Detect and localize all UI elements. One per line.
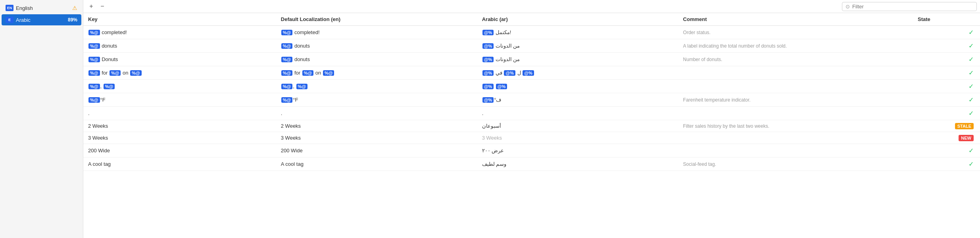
state-ok-icon: ✓ [968, 161, 974, 167]
comment-cell: Number of donuts. [678, 53, 913, 66]
state-ok-icon: ✓ [968, 56, 974, 63]
arabic-cell: %@ ل %@ في %@ [477, 66, 678, 80]
col-comment: Comment [678, 13, 913, 26]
state-ok-icon: ✓ [968, 96, 974, 103]
arabic-cell: 3 Weeks [477, 132, 678, 144]
table-row: 3 Weeks3 Weeks3 WeeksNEW [83, 132, 980, 144]
token-badge: %@ [104, 84, 115, 89]
default-cell: %@ completed! [276, 26, 477, 39]
token-badge: %@ [482, 70, 494, 76]
table-row: %@ completed!%@ completed!%@ مكتمل!Order… [83, 26, 980, 39]
token-badge: %@ [88, 57, 100, 62]
table-row: %@ donuts%@ donuts%@ من الدوناتA label i… [83, 39, 980, 53]
key-cell: %@ completed! [83, 26, 276, 39]
filter-icon: ⊙ [845, 4, 850, 10]
token-badge: %@ [504, 70, 515, 76]
comment-cell [678, 144, 913, 157]
token-badge: %@ [88, 84, 100, 89]
add-button[interactable]: + [86, 2, 96, 11]
state-new-badge: NEW [959, 135, 974, 141]
col-key: Key [83, 13, 276, 26]
main-panel: + − ⊙ Key Default Localization (en) Arab… [83, 0, 980, 238]
token-badge: %@ [281, 97, 293, 103]
token-badge: %@ [296, 84, 308, 89]
token-badge: %@ [482, 97, 494, 103]
state-cell: STALE [913, 120, 980, 132]
default-cell: %@°F [276, 93, 477, 107]
token-badge: %@ [323, 70, 334, 76]
token-badge: %@ [110, 70, 121, 76]
token-badge: %@ [88, 43, 100, 49]
default-cell: 3 Weeks [276, 132, 477, 144]
arabic-cell: وسم لطيف [477, 157, 678, 171]
table-header-row: Key Default Localization (en) Arabic (ar… [83, 13, 980, 26]
arabic-cell: . [477, 107, 678, 120]
state-cell: ✓ [913, 26, 980, 39]
table-row: %@, %@%@, %@%@ %@✓ [83, 80, 980, 93]
token-badge: %@ [482, 43, 494, 49]
arabic-cell: %@ %@ [477, 80, 678, 93]
token-badge: %@ [496, 84, 507, 89]
state-cell: ✓ [913, 157, 980, 171]
untranslated-text: 3 Weeks [482, 135, 502, 141]
key-cell: . [83, 107, 276, 120]
comment-cell [678, 66, 913, 80]
state-cell: ✓ [913, 66, 980, 80]
state-cell: ✓ [913, 144, 980, 157]
state-ok-icon: ✓ [968, 29, 974, 36]
arabic-cell: %@ من الدونات [477, 39, 678, 53]
token-badge: %@ [281, 84, 293, 89]
sidebar-item-english[interactable]: EN English ⚠ [2, 2, 81, 13]
state-cell: ✓ [913, 93, 980, 107]
token-badge: %@ [302, 70, 314, 76]
state-ok-icon: ✓ [968, 147, 974, 154]
comment-cell: Social-feed tag. [678, 157, 913, 171]
key-cell: A cool tag [83, 157, 276, 171]
state-ok-icon: ✓ [968, 69, 974, 76]
table-row: ...✓ [83, 107, 980, 120]
default-cell: %@ for %@ on %@ [276, 66, 477, 80]
state-stale-badge: STALE [955, 123, 974, 129]
arabic-cell: %@ من الدونات [477, 53, 678, 66]
comment-cell: A label indicating the total number of d… [678, 39, 913, 53]
table-body: %@ completed!%@ completed!%@ مكتمل!Order… [83, 26, 980, 171]
arabic-cell: عرض ۲۰۰ [477, 144, 678, 157]
remove-button[interactable]: − [98, 2, 107, 11]
key-cell: 200 Wide [83, 144, 276, 157]
token-badge: %@ [482, 57, 494, 62]
state-cell: ✓ [913, 107, 980, 120]
state-cell: ✓ [913, 80, 980, 93]
table-row: %@°F%@°F%@°فFarenheit temperature indica… [83, 93, 980, 107]
default-cell: %@ donuts [276, 53, 477, 66]
arabic-cell: أسبوعان [477, 120, 678, 132]
key-cell: 3 Weeks [83, 132, 276, 144]
key-cell: %@ donuts [83, 39, 276, 53]
state-ok-icon: ✓ [968, 42, 974, 49]
sidebar: EN English ⚠ E Arabic 89% [0, 0, 83, 238]
table-row: A cool tagA cool tagوسم لطيفSocial-feed … [83, 157, 980, 171]
token-badge: %@ [281, 57, 293, 62]
sidebar-item-arabic[interactable]: E Arabic 89% [2, 14, 81, 25]
key-cell: %@, %@ [83, 80, 276, 93]
default-cell: . [276, 107, 477, 120]
default-cell: %@, %@ [276, 80, 477, 93]
sidebar-english-label: English [16, 5, 70, 11]
warning-icon: ⚠ [72, 5, 77, 11]
col-arabic: Arabic (ar) [477, 13, 678, 26]
token-badge: %@ [130, 70, 142, 76]
state-cell: NEW [913, 132, 980, 144]
state-cell: ✓ [913, 39, 980, 53]
comment-cell [678, 80, 913, 93]
token-badge: %@ [88, 30, 100, 35]
lang-badge-en: EN [6, 5, 13, 11]
key-cell: 2 Weeks [83, 120, 276, 132]
arabic-percent: 89% [68, 17, 77, 23]
table-container: Key Default Localization (en) Arabic (ar… [83, 13, 980, 238]
localization-table: Key Default Localization (en) Arabic (ar… [83, 13, 980, 171]
filter-input[interactable] [852, 4, 973, 10]
comment-cell: Farenheit temperature indicator. [678, 93, 913, 107]
table-row: %@ for %@ on %@%@ for %@ on %@%@ ل %@ في… [83, 66, 980, 80]
default-cell: 2 Weeks [276, 120, 477, 132]
state-cell: ✓ [913, 53, 980, 66]
token-badge: %@ [88, 97, 100, 103]
